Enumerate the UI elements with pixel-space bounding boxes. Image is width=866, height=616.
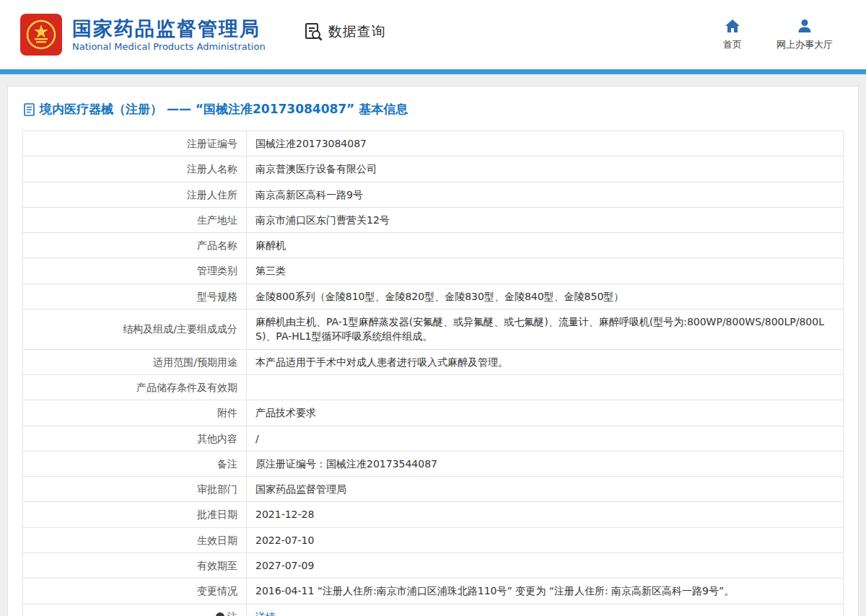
row-value: / — [247, 426, 844, 451]
row-value: 本产品适用于手术中对成人患者进行吸入式麻醉及管理。 — [247, 349, 844, 374]
row-value: 原注册证编号：国械注准20173544087 — [247, 451, 844, 476]
data-query-label: 数据查询 — [328, 22, 386, 41]
row-label: 适用范围/预期用途 — [23, 349, 247, 374]
row-label: 注册人住所 — [23, 182, 247, 207]
row-label: 注册人名称 — [23, 157, 247, 182]
table-row: 注册证编号 国械注准20173084087 — [23, 131, 844, 157]
row-value: 第三类 — [247, 258, 844, 283]
table-row: 结构及组成/主要组成成分 麻醉机由主机、PA-1型麻醉蒸发器(安氟醚、或异氟醚、… — [23, 309, 844, 350]
row-label: 产品名称 — [23, 233, 247, 258]
row-value: 金陵800系列（金陵810型、金陵820型、金陵830型、金陵840型、金陵85… — [247, 283, 844, 309]
page-title-text: 境内医疗器械（注册） —— “国械注准20173084087” 基本信息 — [40, 101, 408, 118]
row-label: 管理类别 — [23, 258, 247, 283]
nav-service-hall[interactable]: 网上办事大厅 — [777, 18, 833, 51]
document-search-icon — [303, 22, 323, 42]
row-value: 南京普澳医疗设备有限公司 — [247, 157, 844, 182]
row-label: 审批部门 — [23, 477, 247, 502]
table-row: 有效期至 2027-07-09 — [23, 553, 844, 578]
row-value: 产品技术要求 — [247, 400, 844, 426]
brand: 国家药品监督管理局 National Medical Products Admi… — [72, 17, 266, 52]
row-label: 其他内容 — [23, 426, 247, 451]
table-row: 注 详情 — [23, 604, 844, 616]
row-label: 有效期至 — [23, 553, 247, 578]
table-row: 其他内容 / — [23, 426, 844, 451]
row-value: 2016-04-11 “注册人住所:南京市浦口区浦珠北路110号” 变更为 “注… — [247, 578, 844, 604]
table-row: 注册人住所 南京高新区高科一路9号 — [23, 182, 844, 207]
table-row: 审批部门 国家药品监督管理局 — [23, 477, 844, 502]
row-value — [247, 374, 844, 400]
table-row: 变更情况 2016-04-11 “注册人住所:南京市浦口区浦珠北路110号” 变… — [23, 578, 844, 604]
row-label: 生产地址 — [23, 207, 247, 232]
table-row: 产品储存条件及有效期 — [23, 374, 844, 400]
header-nav: 首页 网上办事大厅 — [723, 18, 833, 51]
table-row: 生效日期 2022-07-10 — [23, 527, 844, 553]
row-label: 批准日期 — [23, 502, 247, 527]
table-row: 备注 原注册证编号：国械注准20173544087 — [23, 451, 844, 476]
nav-home[interactable]: 首页 — [723, 18, 742, 51]
row-value: 2027-07-09 — [247, 553, 844, 578]
row-value: 南京市浦口区东门曹营关12号 — [247, 207, 844, 232]
comment-icon — [216, 612, 224, 616]
row-label: 产品储存条件及有效期 — [23, 374, 247, 400]
header-divider — [0, 69, 866, 74]
row-value: 国家药品监督管理局 — [247, 477, 844, 502]
row-label: 附件 — [23, 400, 247, 426]
info-card: 境内医疗器械（注册） —— “国械注准20173084087” 基本信息 注册证… — [7, 86, 859, 616]
home-icon — [725, 18, 740, 34]
nav-hall-label: 网上办事大厅 — [777, 38, 833, 51]
national-emblem-icon — [20, 14, 62, 56]
row-label: 备注 — [23, 451, 247, 476]
info-table-body: 注册证编号 国械注准20173084087 注册人名称 南京普澳医疗设备有限公司… — [23, 131, 844, 616]
row-value: 麻醉机 — [247, 233, 844, 258]
detail-link[interactable]: 详情 — [255, 611, 276, 616]
page-title: 境内医疗器械（注册） —— “国械注准20173084087” 基本信息 — [22, 100, 844, 120]
row-value: 麻醉机由主机、PA-1型麻醉蒸发器(安氟醚、或异氟醚、或七氟醚)、流量计、麻醉呼… — [247, 309, 844, 350]
table-row: 注册人名称 南京普澳医疗设备有限公司 — [23, 157, 844, 182]
org-name-en: National Medical Products Administration — [72, 41, 266, 52]
row-label: 变更情况 — [23, 578, 247, 604]
row-label: 型号规格 — [23, 283, 247, 309]
table-row: 型号规格 金陵800系列（金陵810型、金陵820型、金陵830型、金陵840型… — [23, 283, 844, 309]
user-icon — [797, 18, 813, 34]
row-value: 南京高新区高科一路9号 — [247, 182, 844, 207]
row-label: 生效日期 — [23, 527, 247, 553]
org-name-cn: 国家药品监督管理局 — [72, 17, 266, 40]
row-value: 2022-07-10 — [247, 527, 844, 553]
table-row: 产品名称 麻醉机 — [23, 233, 844, 258]
table-row: 生产地址 南京市浦口区东门曹营关12号 — [23, 207, 844, 232]
header: 国家药品监督管理局 National Medical Products Admi… — [0, 0, 866, 69]
row-label: 注册证编号 — [23, 131, 247, 157]
table-row: 适用范围/预期用途 本产品适用于手术中对成人患者进行吸入式麻醉及管理。 — [23, 349, 844, 374]
row-label: 结构及组成/主要组成成分 — [23, 309, 247, 350]
info-table: 注册证编号 国械注准20173084087 注册人名称 南京普澳医疗设备有限公司… — [22, 131, 844, 616]
table-row: 附件 产品技术要求 — [23, 400, 844, 426]
table-row: 管理类别 第三类 — [23, 258, 844, 283]
row-value: 国械注准20173084087 — [247, 131, 844, 157]
document-icon — [24, 103, 35, 116]
nav-home-label: 首页 — [723, 38, 742, 51]
data-query-menu[interactable]: 数据查询 — [303, 22, 386, 42]
row-label: 注 — [23, 604, 247, 616]
table-row: 批准日期 2021-12-28 — [23, 502, 844, 527]
row-value: 详情 — [247, 604, 844, 616]
row-value: 2021-12-28 — [247, 502, 844, 527]
